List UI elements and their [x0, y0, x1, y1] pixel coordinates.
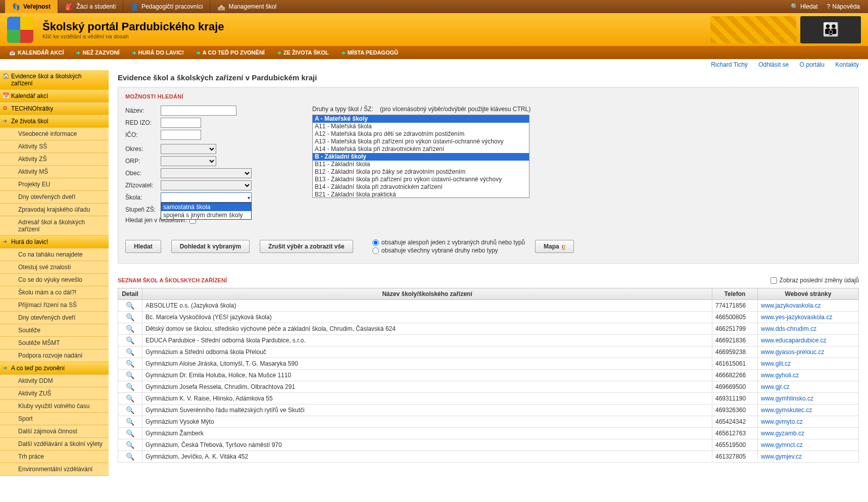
type-option-6[interactable]: B11 - Základní škola [313, 161, 529, 168]
input-redizo[interactable] [161, 118, 201, 128]
sidebar-item-11[interactable]: Adresář škol a školských zařízení [0, 216, 109, 236]
sidebar-item-30[interactable]: Environmentální vzdělávání [0, 463, 109, 476]
cell-web-link[interactable]: www.gjr.cz [761, 383, 790, 390]
type-option-2[interactable]: A12 - Mateřská škola pro děti se zdravot… [313, 130, 529, 138]
detail-icon[interactable]: 🔍 [126, 383, 134, 391]
sidebar-item-4[interactable]: Všeobecné informace [0, 128, 109, 140]
help-link[interactable]: ? Nápověda [824, 3, 863, 10]
listbox-types[interactable]: A - Mateřské školyA11 - Mateřská školaA1… [312, 115, 529, 198]
menubar-item-2[interactable]: ➜HURÁ DO LAVIC! [126, 49, 190, 56]
reset-button[interactable]: Zrušit výběr a zobrazit vše [260, 240, 353, 253]
sidebar-item-28[interactable]: Další vzdělávání a školní výlety [0, 438, 109, 450]
detail-icon[interactable]: 🔍 [126, 429, 134, 437]
search-button[interactable]: Hledat [125, 240, 161, 253]
sidebar-item-15[interactable]: Co se do výuky nevešlo [0, 274, 109, 286]
cell-web-link[interactable]: www.educapardubice.cz [761, 337, 826, 344]
sidebar-item-27[interactable]: Další zájmová činnost [0, 425, 109, 438]
show-changes-row[interactable]: Zobraz poslední změny údajů [770, 277, 859, 284]
sidebar-item-13[interactable]: Co na taháku nenajdete [0, 248, 109, 261]
select-okres[interactable] [161, 144, 216, 154]
menubar-item-0[interactable]: 📅KALENDÁŘ AKCÍ [3, 49, 70, 56]
sidebar-item-20[interactable]: Soutěže MŠMT [0, 337, 109, 349]
cell-web-link[interactable]: www.yes-jazykovaskola.cz [761, 314, 832, 321]
search-selected-button[interactable]: Dohledat k vybraným [171, 240, 250, 253]
detail-icon[interactable]: 🔍 [126, 394, 134, 403]
detail-icon[interactable]: 🔍 [126, 348, 134, 356]
input-ico[interactable] [161, 130, 201, 140]
detail-icon[interactable]: 🔍 [126, 441, 134, 449]
radio-any[interactable] [372, 239, 379, 246]
cell-web-link[interactable]: www.dds-chrudim.cz [761, 325, 816, 332]
sidebar-item-14[interactable]: Otestuj své znalosti [0, 261, 109, 274]
sidebar-item-1[interactable]: 📅Kalendář akcí [0, 90, 109, 103]
sidebar-item-22[interactable]: ➜A co teď po zvonění [0, 362, 109, 375]
type-option-0[interactable]: A - Mateřské školy [313, 115, 529, 123]
select-skola[interactable]: ▾ [161, 192, 252, 203]
detail-icon[interactable]: 🔍 [126, 302, 134, 310]
skola-option-0[interactable]: samostatná škola [161, 203, 251, 211]
search-link[interactable]: 🔍 Hledat [788, 3, 821, 10]
detail-icon[interactable]: 🔍 [126, 313, 134, 321]
sidebar-item-7[interactable]: Aktivity MŠ [0, 166, 109, 178]
detail-icon[interactable]: 🔍 [126, 336, 134, 344]
detail-icon[interactable]: 🔍 [126, 418, 134, 426]
type-option-9[interactable]: B14 - Základní škola při zdravotnickém z… [313, 183, 529, 191]
sidebar-item-2[interactable]: ⚙TECHNOhrátky [0, 103, 109, 115]
user-name-link[interactable]: Richard Tichý [711, 61, 748, 68]
type-option-1[interactable]: A11 - Mateřská škola [313, 123, 529, 130]
cell-web-link[interactable]: www.glit.cz [761, 360, 791, 367]
select-obec[interactable] [161, 168, 252, 178]
sidebar-item-23[interactable]: Aktivity DDM [0, 375, 109, 387]
detail-icon[interactable]: 🔍 [126, 371, 134, 379]
sidebar-item-25[interactable]: Kluby využití volného času [0, 400, 109, 413]
cell-web-link[interactable]: www.gyzamb.cz [761, 430, 804, 437]
type-option-7[interactable]: B12 - Základní škola pro žáky se zdravot… [313, 168, 529, 176]
topnav-item-3[interactable]: 🏫Management škol [210, 0, 283, 13]
topnav-item-2[interactable]: 👤Pedagogičtí pracovníci [123, 0, 210, 13]
cell-web-link[interactable]: www.gymhlinsko.cz [761, 395, 813, 402]
sidebar-item-16[interactable]: Školu mám a co dál?! [0, 286, 109, 299]
contacts-link[interactable]: Kontakty [835, 61, 859, 68]
logout-link[interactable]: Odhlásit se [758, 61, 789, 68]
sidebar-item-0[interactable]: 🏠Evidence škol a školských zařízení [0, 70, 109, 90]
input-nazev[interactable] [161, 106, 236, 116]
menubar-item-1[interactable]: ➜NEŽ ZAZVONÍ [70, 49, 125, 56]
detail-icon[interactable]: 🔍 [126, 325, 134, 333]
detail-icon[interactable]: 🔍 [126, 360, 134, 368]
sidebar-item-24[interactable]: Aktivity ZUŠ [0, 387, 109, 400]
sidebar-item-9[interactable]: Dny otevřených dveří [0, 191, 109, 204]
select-zrizovatel[interactable] [161, 180, 252, 190]
menubar-item-3[interactable]: ➜A CO TEĎ PO ZVONĚNÍ [190, 49, 271, 56]
checkbox-show-changes[interactable] [770, 277, 777, 284]
cell-web-link[interactable]: www.gymskutec.cz [761, 407, 812, 414]
detail-icon[interactable]: 🔍 [126, 406, 134, 414]
topnav-item-0[interactable]: 👣Veřejnost [5, 0, 58, 13]
menubar-item-4[interactable]: ➜ZE ŽIVOTA ŠKOL [271, 49, 335, 56]
radio-any-row[interactable]: obsahuje alespoň jeden z vybraných druhů… [372, 239, 525, 246]
sidebar-item-29[interactable]: Trh práce [0, 450, 109, 463]
sidebar-item-10[interactable]: Zpravodaj krajského úřadu [0, 204, 109, 216]
type-option-8[interactable]: B13 - Základní škola při zařízení pro vý… [313, 176, 529, 183]
select-orp[interactable] [161, 156, 216, 166]
cell-web-link[interactable]: www.gyasos-prelouc.cz [761, 348, 824, 356]
sidebar-item-12[interactable]: ➜Hurá do lavic! [0, 236, 109, 248]
cell-web-link[interactable]: www.jazykovaskola.cz [761, 302, 821, 309]
about-link[interactable]: O portálu [800, 61, 825, 68]
cell-web-link[interactable]: www.gyholi.cz [761, 372, 799, 379]
topnav-item-1[interactable]: 🎒Žáci a studenti [58, 0, 123, 13]
sidebar-item-3[interactable]: ➜Ze života škol [0, 115, 109, 128]
cell-web-link[interactable]: www.gvmyto.cz [761, 418, 803, 425]
sidebar-item-19[interactable]: Soutěže [0, 324, 109, 337]
detail-icon[interactable]: 🔍 [126, 453, 134, 461]
skola-option-1[interactable]: spojená s jiným druhem školy [161, 211, 251, 219]
map-button[interactable]: Mapa g [535, 240, 574, 253]
type-option-10[interactable]: B21 - Základní škola praktická [313, 191, 529, 198]
radio-all[interactable] [372, 247, 379, 254]
sidebar-item-5[interactable]: Aktivity SŠ [0, 140, 109, 153]
sidebar-item-21[interactable]: Podpora rozvoje nadání [0, 349, 109, 362]
type-option-5[interactable]: B - Základní školy [313, 153, 529, 161]
sidebar-item-18[interactable]: Dny otevřených dveří [0, 312, 109, 324]
type-option-3[interactable]: A13 - Mateřská škola při zařízení pro vý… [313, 138, 529, 145]
cell-web-link[interactable]: www.gymjev.cz [761, 453, 802, 460]
sidebar-item-8[interactable]: Projekty EU [0, 178, 109, 191]
